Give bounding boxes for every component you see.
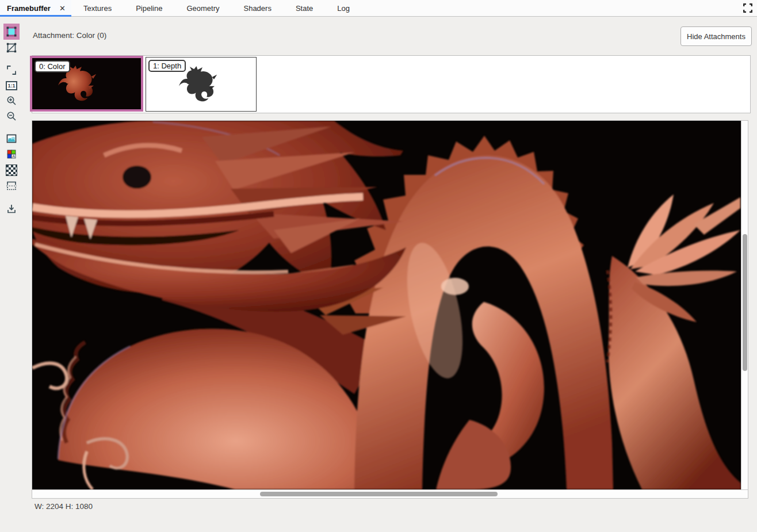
tab-state[interactable]: State xyxy=(284,0,325,16)
actual-size-label: 1:1 xyxy=(6,81,17,90)
vertical-scrollbar[interactable] xyxy=(741,121,748,489)
vertical-scrollbar-thumb[interactable] xyxy=(743,234,747,371)
close-icon[interactable]: ✕ xyxy=(59,5,66,12)
hide-attachments-button[interactable]: Hide Attachments xyxy=(680,26,752,46)
horizontal-scrollbar[interactable] xyxy=(32,489,748,498)
tab-shaders[interactable]: Shaders xyxy=(231,0,283,16)
tab-state-label: State xyxy=(296,4,313,13)
wireframe-icon[interactable] xyxy=(6,42,17,53)
save-image-icon[interactable] xyxy=(6,203,17,215)
framebuffer-image[interactable] xyxy=(32,121,741,489)
dragon-render xyxy=(32,121,741,489)
checkerboard-background-icon[interactable] xyxy=(6,164,17,176)
zoom-to-fit-icon[interactable] xyxy=(6,64,17,76)
attachment-label: Attachment: Color (0) xyxy=(33,31,106,40)
tab-framebuffer-label: Framebuffer xyxy=(7,4,51,13)
actual-size-icon[interactable]: 1:1 xyxy=(6,80,17,91)
tab-log-label: Log xyxy=(337,4,350,13)
fullscreen-icon[interactable] xyxy=(743,3,752,13)
zoom-in-icon[interactable] xyxy=(6,95,17,106)
tab-pipeline[interactable]: Pipeline xyxy=(124,0,174,16)
framebuffer-viewer xyxy=(32,120,748,499)
tab-textures[interactable]: Textures xyxy=(71,0,124,16)
attachment-thumbnail-depth[interactable]: 1: Depth xyxy=(146,57,257,112)
tab-pipeline-label: Pipeline xyxy=(136,4,162,13)
horizontal-scrollbar-thumb[interactable] xyxy=(260,492,498,496)
color-buffer-icon[interactable] xyxy=(6,26,17,37)
tab-framebuffer[interactable]: Framebuffer ✕ xyxy=(0,0,71,16)
image-dimensions-status: W: 2204 H: 1080 xyxy=(35,502,93,511)
flip-vertically-icon[interactable] xyxy=(6,180,17,192)
tab-log[interactable]: Log xyxy=(325,0,362,16)
tab-textures-label: Textures xyxy=(83,4,112,13)
attachment-0-label: 0: Color xyxy=(35,60,70,72)
attachment-thumbnail-color[interactable]: 0: Color xyxy=(30,56,143,112)
tab-geometry-label: Geometry xyxy=(186,4,219,13)
tab-geometry[interactable]: Geometry xyxy=(174,0,231,16)
tab-shaders-label: Shaders xyxy=(243,4,271,13)
zoom-out-icon[interactable] xyxy=(6,110,17,122)
attachment-1-label: 1: Depth xyxy=(148,60,186,72)
histogram-icon[interactable] xyxy=(6,133,17,144)
color-channels-icon[interactable]: A xyxy=(6,148,17,160)
svg-text:A: A xyxy=(12,154,15,158)
tab-bar: Framebuffer ✕ Textures Pipeline Geometry… xyxy=(0,0,757,17)
